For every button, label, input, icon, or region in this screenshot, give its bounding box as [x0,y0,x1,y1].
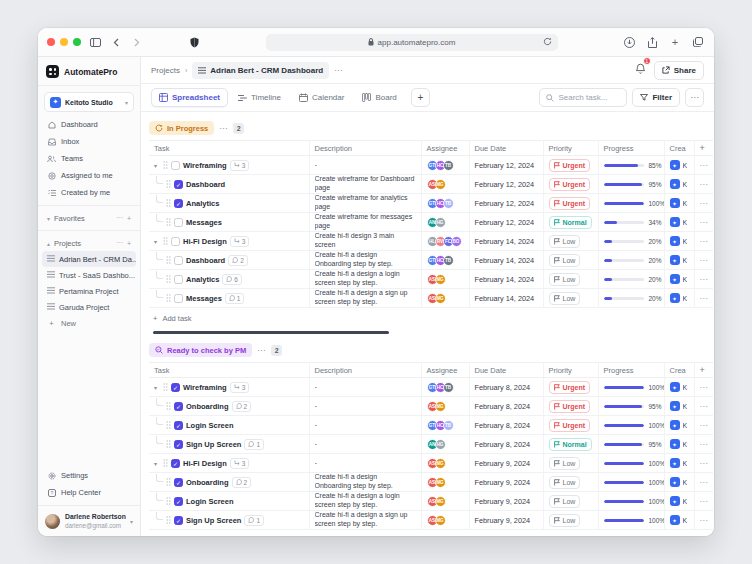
creator-cell[interactable]: ✦K [664,416,694,435]
task-cell[interactable]: Dashboard2 [149,251,309,270]
forward-icon[interactable] [130,35,144,49]
description-cell[interactable]: - [309,416,421,435]
priority-cell[interactable]: Low [543,511,598,530]
comment-count-badge[interactable]: 2 [232,401,252,412]
priority-badge[interactable]: Low [549,476,581,489]
assignee-avatar[interactable]: HG [435,439,446,450]
due-date-cell[interactable]: February 9, 2024 [469,454,543,473]
drag-handle-icon[interactable] [163,237,168,245]
creator-cell[interactable]: ✦K [664,454,694,473]
tab-calendar[interactable]: Calendar [291,88,352,107]
row-menu-cell[interactable]: ⋯ [694,416,713,435]
column-header-priority[interactable]: Priority [543,141,598,156]
due-date-cell[interactable]: February 8, 2024 [469,397,543,416]
creator-cell[interactable]: ✦K [664,492,694,511]
table-row[interactable]: Analytics6Create hi-fi a design a login … [149,270,713,289]
breadcrumb-current[interactable]: Adrian Bert - CRM Dashboard [192,62,329,79]
description-cell[interactable]: Create hi-fi design 3 main screen [309,232,421,251]
drag-handle-icon[interactable] [166,516,171,524]
new-tab-icon[interactable]: + [668,35,682,49]
row-menu-cell[interactable]: ⋯ [694,213,713,232]
due-date-cell[interactable]: February 14, 2024 [469,270,543,289]
app-logo[interactable]: AutomatePro [38,57,140,86]
column-header-due-date[interactable]: Due Date [469,141,543,156]
table-row[interactable]: ✓Onboarding2Create hi-fi a design Onboar… [149,473,713,492]
row-more-icon[interactable]: ⋯ [700,421,709,430]
comment-count-badge[interactable]: 6 [222,274,242,285]
favorites-add-icon[interactable]: + [127,215,131,222]
table-row[interactable]: ▾✓Wireframing3-GTHCTBFebruary 8, 2024Urg… [149,378,713,397]
assignee-cell[interactable]: ASMG [421,492,469,511]
assignee-avatar[interactable]: TB [443,382,454,393]
sidebar-project-item[interactable]: Pertamina Project [42,283,136,299]
creator-cell[interactable]: ✦K [664,289,694,308]
row-menu-cell[interactable]: ⋯ [694,378,713,397]
creator-cell[interactable]: ✦K [664,511,694,530]
creator-cell[interactable]: ✦K [664,270,694,289]
row-more-icon[interactable]: ⋯ [700,478,709,487]
close-window-button[interactable] [47,38,55,46]
row-more-icon[interactable]: ⋯ [700,180,709,189]
description-cell[interactable]: Create wireframe for messages page [309,213,421,232]
due-date-cell[interactable]: February 9, 2024 [469,492,543,511]
table-row[interactable]: Dashboard2Create hi-fi a design Onboardi… [149,251,713,270]
description-cell[interactable]: Create wireframe for analytics page [309,194,421,213]
sidebar-item-help[interactable]: ? Help Center [38,484,140,501]
priority-cell[interactable]: Urgent [543,175,598,194]
description-cell[interactable]: Create hi-fi a design Onboarding step by… [309,473,421,492]
task-cell[interactable]: ✓Onboarding2 [149,397,309,416]
row-menu-cell[interactable]: ⋯ [694,435,713,454]
table-row[interactable]: MessagesCreate wireframe for messages pa… [149,213,713,232]
priority-badge[interactable]: Low [549,273,581,286]
row-more-icon[interactable]: ⋯ [700,516,709,525]
creator-cell[interactable]: ✦K [664,232,694,251]
priority-badge[interactable]: Low [549,292,581,305]
description-cell[interactable]: - [309,378,421,397]
assignee-avatar[interactable]: HG [435,217,446,228]
row-collapse-icon[interactable]: ▾ [154,384,160,391]
comment-count-badge[interactable]: 1 [244,515,264,526]
priority-badge[interactable]: Urgent [549,400,591,413]
column-header-due-date[interactable]: Due Date [469,363,543,378]
column-header-task[interactable]: Task [149,363,309,378]
address-bar[interactable]: app.automatepro.com [266,34,558,51]
due-date-cell[interactable]: February 12, 2024 [469,213,543,232]
row-menu-cell[interactable]: ⋯ [694,251,713,270]
reload-icon[interactable] [543,37,552,48]
assignee-cell[interactable]: ANHG [421,435,469,454]
priority-cell[interactable]: Urgent [543,416,598,435]
assignee-cell[interactable]: HLRVFCBO [421,232,469,251]
creator-cell[interactable]: ✦K [664,397,694,416]
row-more-icon[interactable]: ⋯ [700,256,709,265]
priority-cell[interactable]: Urgent [543,397,598,416]
notifications-button[interactable]: 1 [635,61,646,79]
tab-timeline[interactable]: Timeline [230,88,289,107]
priority-badge[interactable]: Normal [549,438,592,451]
projects-more-icon[interactable]: ⋯ [116,239,123,247]
task-checkbox[interactable] [171,161,180,170]
comment-count-badge[interactable]: 1 [225,293,245,304]
sidebar-item-assigned-to-me[interactable]: Assigned to me [38,167,140,184]
drag-handle-icon[interactable] [166,199,171,207]
table-row[interactable]: ▾Hi-Fi Design3Create hi-fi design 3 main… [149,232,713,251]
subtask-count-badge[interactable]: 3 [230,236,250,247]
traffic-lights[interactable] [47,38,81,46]
favorites-section-header[interactable]: ▾ Favorites ⋯ + [38,210,140,226]
priority-cell[interactable]: Low [543,270,598,289]
sidebar-item-dashboard[interactable]: Dashboard [38,116,140,133]
assignee-avatar[interactable]: MG [435,401,446,412]
due-date-cell[interactable]: February 12, 2024 [469,194,543,213]
table-row[interactable]: ✓Login Screen-GTHCTBFebruary 8, 2024Urge… [149,416,713,435]
priority-cell[interactable]: Normal [543,213,598,232]
description-cell[interactable]: Create hi-fi a design a login screen ste… [309,270,421,289]
toolbar-more-button[interactable]: ⋯ [685,88,704,107]
horizontal-scrollbar-thumb[interactable] [153,331,389,334]
sidebar-item-created-by-me[interactable]: Created by me [38,184,140,201]
browser-sidebar-icon[interactable] [88,35,102,49]
due-date-cell[interactable]: February 9, 2024 [469,473,543,492]
due-date-cell[interactable]: February 14, 2024 [469,251,543,270]
description-cell[interactable]: - [309,156,421,175]
priority-badge[interactable]: Low [549,514,581,527]
share-button[interactable]: Share [654,61,704,80]
creator-cell[interactable]: ✦K [664,156,694,175]
